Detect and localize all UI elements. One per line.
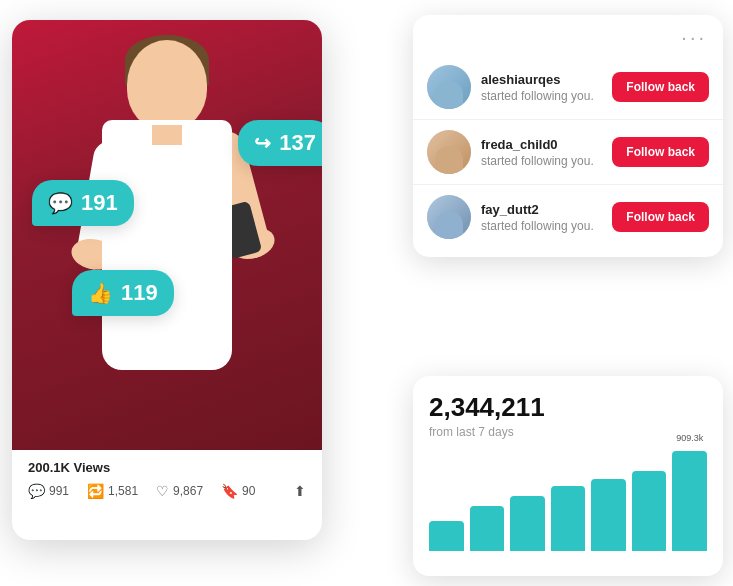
bar-0 [429,521,464,551]
avatar-1 [427,65,471,109]
man-hand-right [227,223,278,264]
share-count: 137 [279,130,316,156]
menu-dots[interactable]: ··· [413,23,723,55]
man-head [127,40,207,130]
chat-count: 191 [81,190,118,216]
username-3: fay_dutt2 [481,202,602,217]
message-2: started following you. [481,154,602,168]
post-footer: 200.1K Views 💬 991 🔁 1,581 ♡ 9,867 🔖 90 [12,450,322,509]
username-1: aleshiaurqes [481,72,602,87]
notification-item-2: freda_child0 started following you. Foll… [413,120,723,185]
bookmark-action[interactable]: 🔖 90 [221,483,255,499]
avatar-image-3 [427,195,471,239]
retweet-count: 1,581 [108,484,138,498]
notif-text-3: fay_dutt2 started following you. [481,202,602,233]
notif-text-2: freda_child0 started following you. [481,137,602,168]
upload-icon: ⬆ [294,483,306,499]
notification-item-3: fay_dutt2 started following you. Follow … [413,185,723,249]
post-card: 💬 191 ↪ 137 👍 119 200.1K Views 💬 991 🔁 [12,20,322,540]
post-image: 💬 191 ↪ 137 👍 119 [12,20,322,450]
avatar-image-1 [427,65,471,109]
follow-back-button-1[interactable]: Follow back [612,72,709,102]
bar-chart: 909.3k [429,451,707,551]
bookmark-count: 90 [242,484,255,498]
bar-3 [551,486,586,551]
heart-icon: ♡ [156,483,169,499]
notification-item-1: aleshiaurqes started following you. Foll… [413,55,723,120]
likes-count: 9,867 [173,484,203,498]
bookmark-icon: 🔖 [221,483,238,499]
follow-back-button-3[interactable]: Follow back [612,202,709,232]
share-icon: ↪ [254,131,271,155]
share-action[interactable]: ⬆ [294,483,306,499]
chat-icon: 💬 [48,191,73,215]
comments-action[interactable]: 💬 991 [28,483,69,499]
bar-2 [510,496,545,551]
post-actions: 💬 991 🔁 1,581 ♡ 9,867 🔖 90 ⬆ [28,483,306,499]
scene: 💬 191 ↪ 137 👍 119 200.1K Views 💬 991 🔁 [0,0,733,586]
bar-4 [591,479,626,551]
retweet-icon: 🔁 [87,483,104,499]
stats-total: 2,344,211 [429,392,707,423]
username-2: freda_child0 [481,137,602,152]
follow-back-button-2[interactable]: Follow back [612,137,709,167]
message-1: started following you. [481,89,602,103]
like-bubble: 👍 119 [72,270,174,316]
avatar-2 [427,130,471,174]
bar-6: 909.3k [672,451,707,551]
man-neck [152,125,182,145]
comment-icon: 💬 [28,483,45,499]
retweet-action[interactable]: 🔁 1,581 [87,483,138,499]
man-figure [57,30,277,450]
post-views: 200.1K Views [28,460,306,475]
stats-card: 2,344,211 from last 7 days 909.3k [413,376,723,576]
notif-text-1: aleshiaurqes started following you. [481,72,602,103]
bar-1 [470,506,505,551]
like-count: 119 [121,280,158,306]
man-body [102,120,232,370]
message-3: started following you. [481,219,602,233]
chat-bubble: 💬 191 [32,180,134,226]
avatar-3 [427,195,471,239]
share-bubble: ↪ 137 [238,120,322,166]
bar-label-6: 909.3k [676,433,703,443]
like-icon: 👍 [88,281,113,305]
like-action[interactable]: ♡ 9,867 [156,483,203,499]
notifications-card: ··· aleshiaurqes started following you. … [413,15,723,257]
stats-subtitle: from last 7 days [429,425,707,439]
bar-5 [632,471,667,551]
avatar-image-2 [427,130,471,174]
comment-count: 991 [49,484,69,498]
